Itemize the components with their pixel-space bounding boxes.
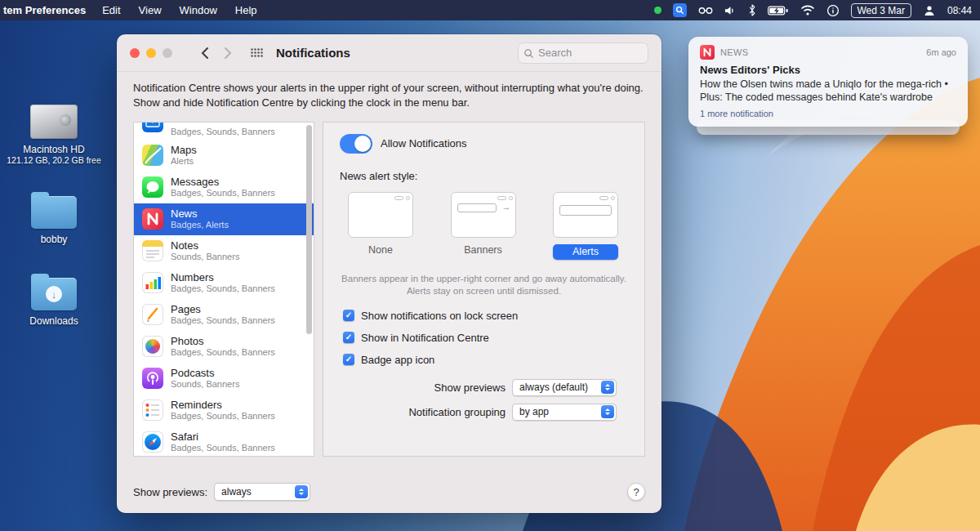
alert-style-hint: Banners appear in the upper-right corner… [341, 273, 626, 298]
desktop-icon-downloads[interactable]: Downloads [5, 278, 103, 327]
wifi-icon[interactable] [800, 5, 815, 16]
sidebar-item-news[interactable]: News Badges, Alerts [134, 203, 314, 235]
sidebar-item-reminders[interactable]: Reminders Badges, Sounds, Banners [134, 395, 314, 426]
select-stepper-icon [295, 485, 308, 498]
notification-title: News Editors' Picks [700, 64, 956, 76]
menu-date[interactable]: Wed 3 Mar [851, 3, 911, 18]
checkbox-checked-icon[interactable] [343, 310, 354, 321]
close-button[interactable] [130, 48, 140, 58]
alert-style-banners-preview[interactable] [451, 192, 516, 238]
pages-icon [142, 304, 163, 325]
menu-help[interactable]: Help [235, 4, 257, 16]
notification-timestamp: 6m ago [926, 47, 956, 57]
sidebar-item-pages[interactable]: Pages Badges, Sounds, Banners [134, 299, 314, 331]
window-footer: Show previews: always ? [133, 483, 645, 501]
downloads-folder-icon [31, 278, 77, 310]
goggles-icon[interactable] [698, 7, 713, 15]
info-icon[interactable] [826, 4, 840, 17]
notification-card[interactable]: NEWS 6m ago News Editors' Picks How the … [688, 37, 968, 127]
sidebar-item-podcasts[interactable]: Podcasts Sounds, Banners [134, 363, 314, 395]
back-button[interactable] [200, 47, 209, 60]
show-all-grid-icon[interactable] [251, 48, 263, 57]
folder-icon [31, 196, 77, 229]
alert-style-alerts-preview[interactable] [553, 192, 618, 238]
banner-shape [457, 203, 497, 212]
bluetooth-icon[interactable] [748, 4, 756, 16]
show-previews-label: Show previews [434, 382, 506, 394]
search-icon [523, 47, 534, 62]
system-preferences-window: Notifications Notification Centre shows … [117, 34, 662, 513]
sidebar-item-label: News [171, 207, 229, 220]
footer-show-previews-label: Show previews: [133, 486, 207, 498]
checkbox-row-badge-app-icon[interactable]: Badge app icon [343, 354, 644, 366]
sidebar-item-safari[interactable]: Safari Badges, Sounds, Banners [134, 426, 314, 457]
allow-notifications-toggle[interactable] [340, 134, 372, 154]
sidebar-item-label: Reminders [171, 399, 275, 411]
sidebar-scrollbar[interactable] [306, 125, 312, 334]
menu-view[interactable]: View [139, 4, 162, 16]
sidebar-item-label: Photos [171, 335, 275, 347]
alert-shape [559, 205, 612, 216]
footer-show-previews-select[interactable]: always [214, 483, 310, 501]
sidebar-item-sublabel: Sounds, Banners [171, 379, 239, 390]
menu-clock[interactable]: 08:44 [947, 5, 972, 16]
sidebar-item-numbers[interactable]: Numbers Badges, Sounds, Banners [134, 267, 314, 299]
desktop-icon-bobby[interactable]: bobby [5, 196, 103, 245]
alert-style-none-preview[interactable] [348, 192, 413, 238]
preview-search-icon [497, 196, 506, 200]
allow-notifications-label: Allow Notifications [381, 137, 467, 149]
sidebar-item-sublabel: Sounds, Banners [171, 252, 239, 262]
notification-stack: NEWS 6m ago News Editors' Picks How the … [688, 37, 968, 135]
alert-style-none-label[interactable]: None [348, 244, 413, 256]
alert-style-label: News alert style: [340, 170, 644, 182]
sidebar-item-label: Notes [171, 239, 239, 252]
minimize-button[interactable] [146, 48, 156, 58]
alert-style-banners-label[interactable]: Banners [451, 244, 516, 256]
forward-button[interactable] [224, 47, 233, 60]
battery-icon[interactable] [768, 6, 789, 16]
banner-arrow-icon [502, 202, 511, 212]
sidebar-item-label: Pages [171, 303, 275, 315]
user-switch-icon[interactable] [923, 4, 936, 17]
checkbox-row-lock-screen[interactable]: Show notifications on lock screen [343, 310, 644, 322]
podcasts-icon [142, 368, 163, 389]
photos-icon [142, 336, 163, 357]
sidebar-item-sublabel: Alerts [171, 156, 197, 167]
zoom-button[interactable] [163, 48, 172, 58]
sidebar-item-sublabel: Badges, Sounds, Banners [171, 347, 275, 358]
notification-grouping-select[interactable]: by app [512, 404, 617, 421]
sidebar-item-label: Podcasts [171, 367, 239, 379]
spotlight-box-icon[interactable] [673, 3, 687, 17]
menu-app-name[interactable]: tem Preferences [3, 4, 86, 16]
notes-icon [142, 240, 163, 261]
sidebar-item-label: Numbers [171, 271, 275, 283]
news-icon [142, 208, 163, 230]
search-input[interactable] [518, 42, 648, 64]
sidebar-item-photos[interactable]: Photos Badges, Sounds, Banners [134, 331, 314, 363]
menu-window[interactable]: Window [180, 4, 217, 16]
checkbox-row-notification-centre[interactable]: Show in Notification Centre [343, 332, 644, 344]
notification-grouping-value: by app [519, 406, 549, 417]
sidebar-item-messages[interactable]: Messages Badges, Sounds, Banners [134, 172, 314, 203]
sidebar-item-partial[interactable]: Badges, Sounds, Banners [134, 123, 314, 140]
menu-bar: tem Preferences Edit View Window Help We… [0, 0, 980, 20]
menu-edit[interactable]: Edit [102, 4, 120, 16]
desktop-icon-macintosh-hd[interactable]: Macintosh HD 121.12 GB, 20.2 GB free [5, 105, 103, 165]
sidebar-item-sublabel: Badges, Sounds, Banners [171, 411, 275, 422]
desktop-icon-label: bobby [5, 234, 103, 245]
alert-style-alerts-selected-button[interactable]: Alerts [553, 244, 618, 260]
sidebar-item-sublabel: Badges, Sounds, Banners [171, 283, 275, 294]
sidebar-item-notes[interactable]: Notes Sounds, Banners [134, 235, 314, 267]
search-field [518, 42, 648, 64]
volume-icon[interactable] [724, 5, 737, 16]
checkbox-checked-icon[interactable] [343, 354, 354, 365]
notification-more-link[interactable]: 1 more notification [700, 109, 956, 118]
sidebar-item-sublabel: Badges, Sounds, Banners [171, 127, 275, 137]
show-previews-select[interactable]: always (default) [512, 379, 617, 396]
sidebar-item-maps[interactable]: Maps Alerts [134, 140, 314, 172]
news-app-icon [700, 45, 715, 60]
checkbox-checked-icon[interactable] [343, 332, 354, 343]
status-dot-icon[interactable] [654, 7, 662, 14]
checkbox-label: Badge app icon [361, 354, 434, 366]
help-button[interactable]: ? [627, 483, 645, 501]
